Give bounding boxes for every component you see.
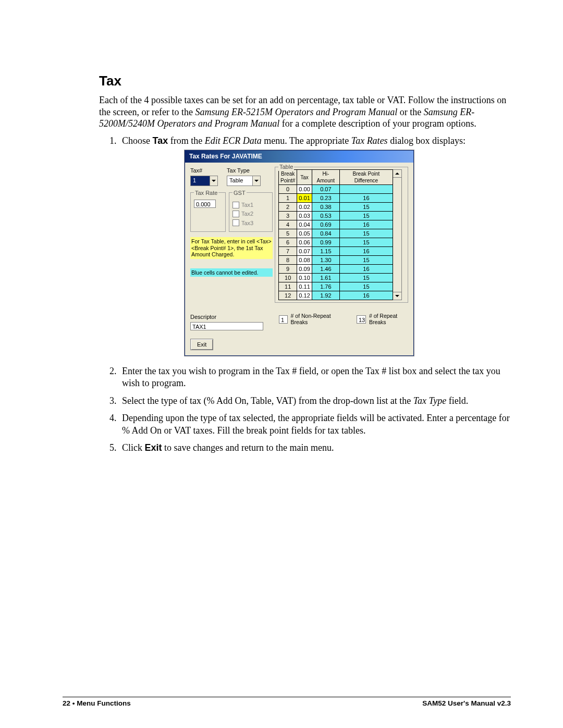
row-number: 10 (279, 274, 297, 282)
cell-diff: 16 (339, 220, 393, 229)
row-number: 8 (279, 256, 297, 265)
cell-tax[interactable]: 0.01 (297, 194, 312, 203)
exit-button[interactable]: Exit (190, 339, 213, 350)
repeat-input[interactable]: 13 (357, 315, 366, 324)
step-italic: Tax Type (413, 396, 447, 406)
chevron-down-icon[interactable] (210, 176, 217, 186)
gst-tax3[interactable]: Tax3 (232, 219, 269, 227)
table-row[interactable]: 80.081.3015 (279, 256, 393, 265)
cell-diff: 15 (339, 212, 393, 220)
table-group: Table Break Point# Tax Hi-Amount (275, 167, 408, 303)
table-row[interactable]: 30.030.5315 (279, 212, 393, 220)
cell-diff: 16 (339, 265, 393, 274)
cell-tax[interactable]: 0.12 (297, 291, 312, 300)
tax-rate-input[interactable]: 0.000 (194, 200, 216, 208)
scroll-up-icon[interactable] (393, 170, 401, 178)
nonrepeat-input[interactable]: 1 (279, 315, 288, 324)
cell-tax[interactable]: 0.00 (297, 185, 312, 194)
table-row[interactable]: 40.040.6916 (279, 220, 393, 229)
intro-text3: for a complete description of your progr… (279, 118, 476, 129)
table-row[interactable]: 100.101.6115 (279, 274, 393, 282)
step-text: field. (446, 396, 468, 406)
cell-tax[interactable]: 0.11 (297, 282, 312, 291)
dialog-titlebar: Tax Rates For JAVATIME (185, 151, 413, 163)
table-row[interactable]: 60.060.9915 (279, 238, 393, 247)
cell-hiamount: 1.46 (312, 265, 339, 274)
cell-hiamount: 0.07 (312, 185, 339, 194)
cell-hiamount: 0.53 (312, 212, 339, 220)
help-yellow: For Tax Table, enter in cell <Tax> <Brea… (190, 237, 273, 259)
scroll-down-icon[interactable] (393, 292, 401, 300)
taxtype-combo[interactable]: Table (227, 176, 261, 186)
table-row[interactable]: 90.091.4616 (279, 265, 393, 274)
tax-rate-legend: Tax Rate (194, 189, 218, 196)
cell-tax[interactable]: 0.05 (297, 229, 312, 238)
section-heading: Tax (99, 73, 511, 89)
descriptor-input[interactable]: TAX1 (190, 322, 263, 330)
table-legend: Table (278, 163, 294, 170)
table-row[interactable]: 120.121.9216 (279, 291, 393, 300)
table-row[interactable]: 00.000.07 (279, 185, 393, 194)
step-3: Select the type of tax (% Add On, Table,… (119, 395, 511, 407)
step-italic: Tax Rates (351, 135, 388, 146)
gst-legend: GST (232, 189, 247, 196)
row-number: 11 (279, 282, 297, 291)
row-number: 6 (279, 238, 297, 247)
footer-section: Menu Functions (77, 699, 131, 707)
gst-tax1[interactable]: Tax1 (232, 201, 269, 208)
step-text: from the (168, 135, 204, 146)
col-breakpoint: Break Point# (279, 170, 297, 185)
cell-hiamount: 0.69 (312, 220, 339, 229)
taxnum-combo[interactable]: 1 (190, 176, 218, 186)
cell-diff (339, 185, 393, 194)
cell-diff: 15 (339, 256, 393, 265)
taxnum-value: 1 (191, 176, 210, 186)
step-text: menu. The appropriate (262, 135, 351, 146)
gst-tax2[interactable]: Tax2 (232, 210, 269, 217)
cell-tax[interactable]: 0.07 (297, 247, 312, 256)
step-text: Click (122, 442, 145, 453)
gst-group: GST Tax1 Tax2 Tax3 (229, 189, 273, 232)
repeat-label: # of Repeat Breaks (369, 313, 408, 325)
nonrepeat-group: 1 # of Non-Repeat Breaks (279, 313, 341, 325)
cell-hiamount: 1.61 (312, 274, 339, 282)
checkbox-icon[interactable] (232, 219, 239, 226)
help-cyan: Blue cells cannot be edited. (190, 268, 273, 277)
cell-tax[interactable]: 0.08 (297, 256, 312, 265)
step-text: dialog box displays: (388, 135, 466, 146)
cell-tax[interactable]: 0.03 (297, 212, 312, 220)
cell-tax[interactable]: 0.02 (297, 203, 312, 212)
cell-diff: 16 (339, 194, 393, 203)
chevron-down-icon[interactable] (252, 176, 260, 186)
gst-label: Tax1 (241, 201, 253, 208)
cell-tax[interactable]: 0.09 (297, 265, 312, 274)
page-footer: 22 • Menu Functions SAM52 User's Manual … (63, 697, 511, 707)
row-number: 2 (279, 203, 297, 212)
cell-hiamount: 1.30 (312, 256, 339, 265)
col-tax: Tax (297, 170, 312, 185)
step-text: to save changes and return to the main m… (162, 442, 334, 453)
footer-separator: • (70, 699, 77, 707)
footer-manual-title: SAM52 User's Manual v2.3 (422, 699, 511, 707)
checkbox-icon[interactable] (232, 202, 239, 208)
cell-hiamount: 0.84 (312, 229, 339, 238)
checkbox-icon[interactable] (232, 211, 239, 217)
table-row[interactable]: 10.010.2316 (279, 194, 393, 203)
table-row[interactable]: 70.071.1516 (279, 247, 393, 256)
table-row[interactable]: 50.050.8415 (279, 229, 393, 238)
cell-tax[interactable]: 0.10 (297, 274, 312, 282)
svg-marker-3 (395, 295, 399, 297)
taxtype-value: Table (227, 176, 252, 186)
row-number: 0 (279, 185, 297, 194)
cell-diff: 15 (339, 229, 393, 238)
scrollbar[interactable] (393, 169, 402, 300)
tax-table[interactable]: Break Point# Tax Hi-Amount Break Point D… (278, 169, 393, 300)
cell-tax[interactable]: 0.06 (297, 238, 312, 247)
tax-rates-dialog: Tax Rates For JAVATIME Tax# 1 (185, 150, 414, 356)
footer-page-number: 22 (63, 699, 70, 707)
cell-diff: 15 (339, 274, 393, 282)
cell-tax[interactable]: 0.04 (297, 220, 312, 229)
table-row[interactable]: 20.020.3815 (279, 203, 393, 212)
cell-hiamount: 1.76 (312, 282, 339, 291)
table-row[interactable]: 110.111.7615 (279, 282, 393, 291)
